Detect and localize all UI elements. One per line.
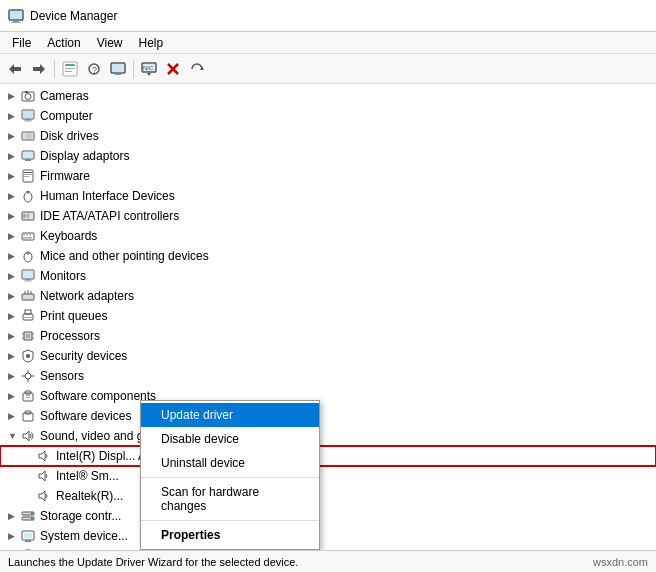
- tree-item-sensors[interactable]: ▶Sensors: [0, 366, 656, 386]
- svg-point-91: [31, 518, 33, 520]
- tree-icon-universal-serial: [20, 548, 36, 550]
- tree-item-sound-video[interactable]: ▼Sound, video and game controllers: [0, 426, 656, 446]
- context-menu[interactable]: Update driver Disable device Uninstall d…: [140, 400, 320, 550]
- tree-label-ide-ata: IDE ATA/ATAPI controllers: [40, 209, 179, 223]
- properties-button[interactable]: [59, 58, 81, 80]
- tree-item-firmware[interactable]: ▶Firmware: [0, 166, 656, 186]
- tree-item-display-adaptors[interactable]: ▶Display adaptors: [0, 146, 656, 166]
- tree-item-processors[interactable]: ▶Processors: [0, 326, 656, 346]
- tree-label-monitors: Monitors: [40, 269, 86, 283]
- tree-item-disk-drives[interactable]: ▶Disk drives: [0, 126, 656, 146]
- tree-icon-print-queues: [20, 308, 36, 324]
- tree-item-print-queues[interactable]: ▶Print queues: [0, 306, 656, 326]
- tree-item-storage-controllers[interactable]: ▶Storage contr...: [0, 506, 656, 526]
- svg-rect-58: [22, 294, 34, 300]
- tree-arrow-cameras: ▶: [8, 91, 20, 101]
- tree-item-computer[interactable]: ▶Computer: [0, 106, 656, 126]
- tree-arrow-mice: ▶: [8, 251, 20, 261]
- forward-button[interactable]: [28, 58, 50, 80]
- svg-rect-42: [27, 191, 30, 192]
- window-title: Device Manager: [30, 9, 117, 23]
- svg-rect-57: [24, 281, 32, 282]
- tree-arrow-security-devices: ▶: [8, 351, 20, 361]
- svg-rect-67: [26, 334, 30, 338]
- menu-file[interactable]: File: [4, 34, 39, 52]
- svg-rect-1: [13, 20, 19, 22]
- tree-icon-intel-smart-sound: [36, 468, 52, 484]
- svg-rect-7: [65, 64, 75, 66]
- svg-rect-39: [24, 176, 29, 177]
- tree-item-security-devices[interactable]: ▶Security devices: [0, 346, 656, 366]
- svg-marker-85: [39, 451, 45, 461]
- context-disable-device[interactable]: Disable device: [141, 427, 319, 451]
- context-uninstall-device[interactable]: Uninstall device: [141, 451, 319, 475]
- tree-arrow-print-queues: ▶: [8, 311, 20, 321]
- svg-rect-45: [27, 214, 29, 218]
- tree-icon-computer: [20, 108, 36, 124]
- tree-item-keyboards[interactable]: ▶Keyboards: [0, 226, 656, 246]
- delete-button[interactable]: [162, 58, 184, 80]
- toolbar-sep-2: [133, 60, 134, 78]
- tree-item-network-adapters[interactable]: ▶Network adapters: [0, 286, 656, 306]
- svg-rect-48: [26, 234, 28, 236]
- context-properties[interactable]: Properties: [141, 523, 319, 547]
- menu-action[interactable]: Action: [39, 34, 88, 52]
- context-sep-1: [141, 477, 319, 478]
- tree-icon-intel-display-audio: [36, 448, 52, 464]
- tree-item-intel-smart-sound[interactable]: Intel® Sm...: [0, 466, 656, 486]
- tree-arrow-display-adaptors: ▶: [8, 151, 20, 161]
- scan-button[interactable]: [186, 58, 208, 80]
- svg-rect-37: [24, 172, 32, 173]
- tree-item-monitors[interactable]: ▶Monitors: [0, 266, 656, 286]
- tree-icon-software-components: [20, 388, 36, 404]
- update-driver-toolbar-button[interactable]: NIC: [138, 58, 160, 80]
- svg-rect-26: [23, 111, 33, 118]
- back-button[interactable]: [4, 58, 26, 80]
- tree-icon-processors: [20, 328, 36, 344]
- svg-rect-35: [25, 159, 31, 161]
- tree-item-software-devices[interactable]: ▶Software devices: [0, 406, 656, 426]
- tree-arrow-system-devices: ▶: [8, 531, 20, 541]
- monitor-button[interactable]: [107, 58, 129, 80]
- tree-arrow-keyboards: ▶: [8, 231, 20, 241]
- svg-rect-56: [26, 279, 30, 281]
- tree-item-system-devices[interactable]: ▶System device...: [0, 526, 656, 546]
- svg-rect-55: [23, 271, 33, 278]
- svg-marker-84: [23, 431, 29, 441]
- tree-item-mice[interactable]: ▶Mice and other pointing devices: [0, 246, 656, 266]
- svg-rect-34: [23, 152, 33, 158]
- tree-arrow-firmware: ▶: [8, 171, 20, 181]
- tree-icon-realtek: [36, 488, 52, 504]
- device-tree[interactable]: ▶Cameras▶Computer▶Disk drives▶Display ad…: [0, 84, 656, 550]
- tree-item-human-interface[interactable]: ▶Human Interface Devices: [0, 186, 656, 206]
- menu-help[interactable]: Help: [131, 34, 172, 52]
- context-scan-hardware[interactable]: Scan for hardware changes: [141, 480, 319, 518]
- tree-icon-network-adapters: [20, 288, 36, 304]
- status-bar: Launches the Update Driver Wizard for th…: [0, 550, 656, 572]
- svg-rect-24: [25, 91, 28, 93]
- tree-icon-firmware: [20, 168, 36, 184]
- svg-rect-8: [65, 68, 75, 69]
- tree-arrow-storage-controllers: ▶: [8, 511, 20, 521]
- tree-item-realtek[interactable]: Realtek(R)...: [0, 486, 656, 506]
- tree-item-ide-ata[interactable]: ▶IDE ATA/ATAPI controllers: [0, 206, 656, 226]
- show-hidden-button[interactable]: ?: [83, 58, 105, 80]
- svg-rect-49: [29, 234, 31, 236]
- tree-label-security-devices: Security devices: [40, 349, 127, 363]
- svg-marker-18: [147, 73, 151, 76]
- tree-label-storage-controllers: Storage contr...: [40, 509, 121, 523]
- svg-rect-9: [65, 71, 72, 72]
- tree-label-firmware: Firmware: [40, 169, 90, 183]
- tree-label-system-devices: System device...: [40, 529, 128, 543]
- svg-rect-94: [25, 540, 31, 542]
- tree-item-software-components[interactable]: ▶Software components: [0, 386, 656, 406]
- tree-item-universal-serial[interactable]: ▶Universal Seri...: [0, 546, 656, 550]
- tree-arrow-processors: ▶: [8, 331, 20, 341]
- svg-rect-64: [24, 317, 32, 318]
- menu-view[interactable]: View: [89, 34, 131, 52]
- tree-item-cameras[interactable]: ▶Cameras: [0, 86, 656, 106]
- tree-label-sensors: Sensors: [40, 369, 84, 383]
- context-update-driver[interactable]: Update driver: [141, 403, 319, 427]
- tree-item-intel-display-audio[interactable]: Intel(R) Displ... Audio: [0, 446, 656, 466]
- svg-rect-65: [24, 319, 29, 320]
